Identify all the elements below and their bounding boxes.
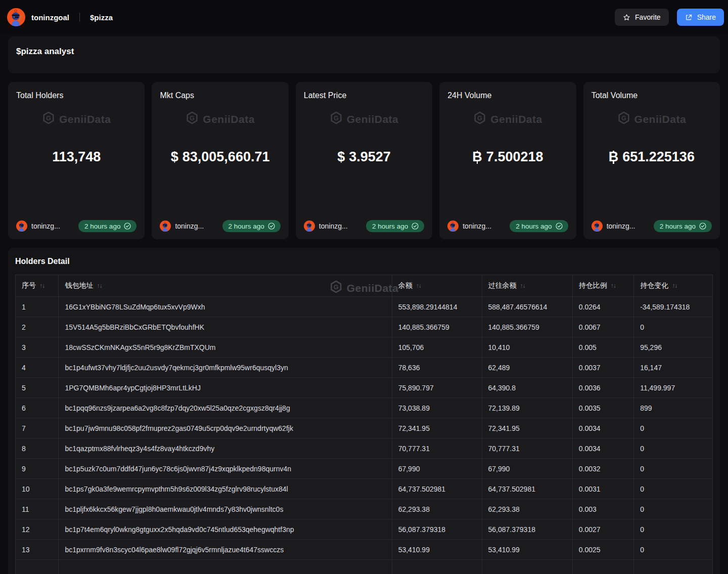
cell-past-balance: 56,087.379318	[482, 519, 572, 540]
stat-cards: Total Holders G GeniiData 113,748 toninz…	[8, 82, 720, 239]
table-row: 11bc1pljfx6kkcx56kgew7jjgpl8h0aemkwau0jt…	[16, 499, 713, 519]
cell-wallet-address: bc1pqq96nzs9jzarpea6a2vg8c8fzp7dqy20xw5l…	[59, 398, 392, 418]
svg-text:G: G	[46, 115, 51, 122]
token-name: $pizza	[90, 13, 113, 22]
cell-wallet-address: bc1qazptmx88fvlrheqz3y4s4fz8vay4htkczd9v…	[59, 438, 392, 459]
value-number: 3.9527	[349, 148, 391, 165]
page-title: $pizza analyst	[16, 47, 712, 57]
column-header-holding-ratio[interactable]: 持仓比例↑↓	[572, 275, 633, 297]
check-circle-icon	[267, 222, 276, 230]
cell-past-balance	[482, 560, 572, 574]
cell-holding-change: 16,147	[634, 358, 713, 378]
sort-icon[interactable]: ↑↓	[97, 282, 102, 289]
check-circle-icon	[699, 222, 707, 230]
table-row: 51PG7QMBMh6apr4ypCgtjoj8HP3mrLtLkHJ75,89…	[16, 378, 713, 398]
bitcoin-icon: B	[609, 150, 619, 164]
value-number: 651.225136	[622, 148, 695, 165]
cell-holding-ratio: 0.0031	[572, 479, 633, 499]
profile-group: toninzgoal $pizza	[7, 8, 113, 26]
cell-holding-ratio	[572, 560, 633, 574]
author: toninzg...	[16, 220, 60, 232]
sort-icon[interactable]: ↑↓	[520, 282, 525, 289]
cell-index: 13	[16, 540, 59, 560]
geniidata-logo-icon: G	[42, 111, 55, 127]
cell-balance: 78,636	[392, 358, 482, 378]
cell-balance: 105,706	[392, 337, 482, 358]
svg-text:G: G	[477, 115, 482, 122]
sort-icon[interactable]: ↑↓	[611, 282, 616, 289]
column-header-past-balance[interactable]: 过往余额↑↓	[482, 275, 572, 297]
sort-icon[interactable]: ↑↓	[39, 282, 44, 289]
cell-holding-ratio: 0.0036	[572, 378, 633, 398]
cell-index: 12	[16, 519, 59, 540]
cell-balance	[392, 560, 482, 574]
cell-past-balance: 62,489	[482, 358, 572, 378]
topbar-actions: Favorite Share	[615, 9, 724, 26]
cell-holding-change: 0	[634, 479, 713, 499]
topbar: toninzgoal $pizza Favorite Share	[0, 0, 728, 34]
author-name: toninzg...	[175, 222, 204, 230]
stat-card: Total Volume G GeniiData B651.225136 ton…	[583, 82, 720, 239]
cell-balance: 53,410.99	[392, 540, 482, 560]
cell-holding-ratio: 0.0032	[572, 459, 633, 479]
geniidata-logo-icon: G	[473, 111, 486, 127]
column-header-wallet-address[interactable]: 钱包地址↑↓	[59, 275, 392, 297]
author: toninzg...	[592, 220, 635, 232]
cell-index: 1	[16, 297, 59, 317]
favorite-button[interactable]: Favorite	[615, 9, 669, 26]
stat-card-value: B7.500218	[447, 148, 568, 165]
cell-index: 10	[16, 479, 59, 499]
cell-holding-ratio: 0.0034	[572, 438, 633, 459]
updated-badge: 2 hours ago	[222, 220, 281, 232]
cell-holding-change: -34,589.174318	[634, 297, 713, 317]
share-button[interactable]: Share	[677, 9, 724, 26]
cell-holding-ratio: 0.0264	[572, 297, 633, 317]
column-header-balance[interactable]: 余额↑↓	[392, 275, 482, 297]
author-name: toninzg...	[31, 222, 60, 230]
cell-holding-change: 0	[634, 438, 713, 459]
cell-balance: 72,341.95	[392, 418, 482, 438]
cell-balance: 553,898.29144814	[392, 297, 482, 317]
stat-card-footer: toninzg... 2 hours ago	[592, 220, 712, 232]
cell-index: 3	[16, 337, 59, 358]
cell-holding-ratio: 0.0034	[572, 418, 633, 438]
table-row: 13bc1pxrnm9fv8n3scyc04l6pae8lw09fl72gjqj…	[16, 540, 713, 560]
author: toninzg...	[304, 220, 348, 232]
holders-section-title: Holders Detail	[15, 257, 713, 266]
cell-index: 4	[16, 358, 59, 378]
cell-past-balance: 64,390.8	[482, 378, 572, 398]
cell-holding-change: 0	[634, 459, 713, 479]
cell-balance: 140,885.366759	[392, 317, 482, 337]
updated-badge: 2 hours ago	[654, 220, 712, 232]
cell-balance: 56,087.379318	[392, 519, 482, 540]
stat-card-title: 24H Volume	[447, 91, 568, 100]
svg-text:G: G	[334, 115, 339, 122]
value-number: 113,748	[52, 148, 101, 165]
updated-badge: 2 hours ago	[510, 220, 568, 232]
cell-past-balance: 70,777.31	[482, 438, 572, 459]
table-row: 116G1xYBbiNG78LSuZdMqp6tux5xvVp9Wxh553,8…	[16, 297, 713, 317]
table-row: 215V514A5g5bBRziBbCxGRbETQbvfouhfHK140,8…	[16, 317, 713, 337]
stat-card: Total Holders G GeniiData 113,748 toninz…	[8, 82, 145, 239]
avatar	[160, 220, 171, 232]
table-row: 318cwSSzCKmNKAgxS5nR5r9g8KrZBmTXQUm105,7…	[16, 337, 713, 358]
sort-icon[interactable]: ↑↓	[416, 282, 421, 289]
cell-holding-change: 0	[634, 317, 713, 337]
column-label: 持仓变化	[640, 281, 668, 289]
cell-holding-ratio: 0.0035	[572, 398, 633, 418]
geniidata-brand-text: GeniiData	[490, 113, 542, 125]
svg-text:G: G	[190, 115, 195, 122]
column-header-index[interactable]: 序号↑↓	[16, 275, 59, 297]
cell-past-balance: 140,885.366759	[482, 317, 572, 337]
table-row: 9bc1p5uzk7c0um7ddfd47jun6yc78c6js0jwvn87…	[16, 459, 713, 479]
updated-badge: 2 hours ago	[78, 220, 136, 232]
svg-text:G: G	[621, 115, 626, 122]
sort-icon[interactable]: ↑↓	[672, 282, 677, 289]
divider	[79, 13, 80, 22]
avatar	[7, 8, 25, 26]
cell-wallet-address: bc1pljfx6kkcx56kgew7jjgpl8h0aemkwau0jtlv…	[59, 499, 392, 519]
table-row: 10bc1ps7gk0a3fe9wemrcpymvpthm5h9s6z009l3…	[16, 479, 713, 499]
geniidata-logo-icon: G	[330, 111, 343, 127]
column-header-holding-change[interactable]: 持仓变化↑↓	[634, 275, 713, 297]
value-number: 7.500218	[486, 148, 543, 165]
